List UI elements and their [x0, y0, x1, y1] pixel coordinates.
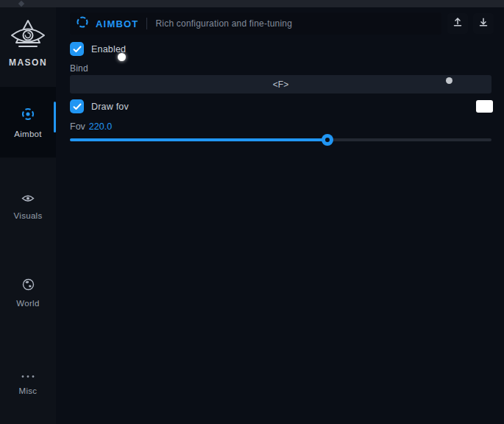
page-title: AIMBOT [96, 18, 138, 29]
mouse-cursor-dot [118, 53, 126, 61]
sidebar-item-label: Aimbot [14, 130, 42, 138]
fov-slider-thumb[interactable] [322, 134, 333, 146]
sidebar-item-label: Visuals [14, 211, 43, 220]
fov-color-swatch[interactable] [476, 100, 493, 113]
mason-menu-window: MASON Aimbot Visuals [0, 0, 504, 424]
bind-value: <F> [273, 80, 288, 90]
header-divider [146, 18, 147, 29]
enabled-checkbox[interactable]: Enabled [70, 42, 126, 56]
sidebar-item-label: Misc [19, 386, 38, 395]
sidebar-item-misc[interactable]: Misc [0, 362, 56, 400]
crosshair-icon [76, 15, 89, 32]
fov-label: Fov [70, 121, 85, 132]
download-config-button[interactable] [473, 13, 494, 34]
bind-label: Bind [70, 63, 88, 74]
selected-indicator [54, 102, 56, 132]
draw-fov-label: Draw fov [91, 102, 129, 112]
sidebar-item-label: World [16, 299, 39, 308]
download-icon [478, 16, 489, 31]
eye-icon [21, 193, 35, 206]
brand-logo: MASON [0, 19, 56, 68]
upload-config-button[interactable] [447, 13, 468, 34]
bind-input[interactable]: <F> [70, 75, 491, 93]
fov-value: 220.0 [89, 121, 112, 132]
sidebar-item-visuals[interactable]: Visuals [0, 187, 56, 225]
fov-slider-fill [70, 138, 327, 141]
fov-slider[interactable] [70, 134, 491, 146]
ellipsis-icon [21, 368, 35, 381]
hud-diamond-icon [18, 1, 24, 7]
fov-label-row: Fov220.0 [70, 121, 112, 132]
page-header: AIMBOT Rich configuration and fine-tunin… [70, 13, 441, 35]
checkbox-checked-icon [70, 99, 84, 113]
sidebar: MASON Aimbot Visuals [0, 7, 56, 424]
brand-name: MASON [9, 57, 47, 68]
draw-fov-checkbox[interactable]: Draw fov [70, 99, 129, 113]
mason-eye-pyramid-icon [10, 19, 46, 54]
globe-icon [22, 278, 35, 294]
page-subtitle: Rich configuration and fine-tuning [155, 18, 292, 29]
top-strip [0, 0, 504, 7]
upload-icon [452, 16, 464, 31]
sidebar-item-world[interactable]: World [0, 274, 56, 312]
secondary-cursor-dot [446, 77, 452, 84]
checkbox-checked-icon [70, 42, 84, 56]
sidebar-item-aimbot[interactable]: Aimbot [0, 87, 56, 158]
crosshair-icon [21, 107, 35, 124]
